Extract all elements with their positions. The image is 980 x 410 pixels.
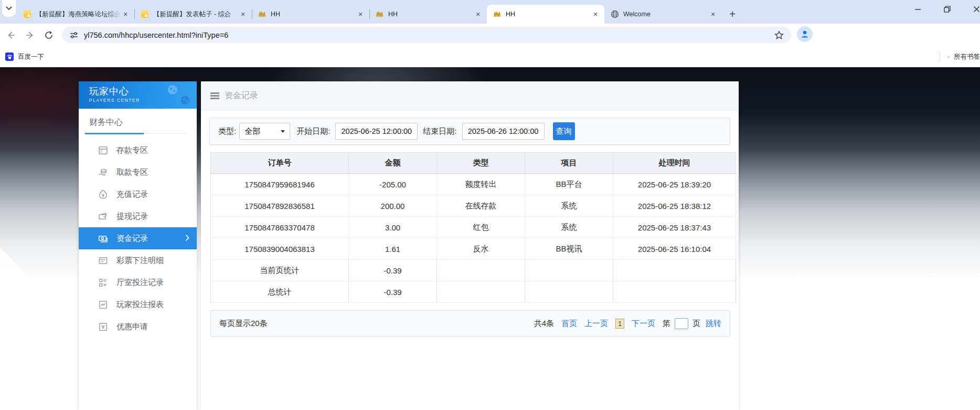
restore-icon [944, 6, 951, 13]
tab-title: HH [388, 10, 473, 18]
close-window-button[interactable] [970, 2, 980, 16]
table-stat-row: 总统计-0.39 [211, 281, 736, 303]
withdraw-icon [98, 167, 108, 177]
funds-record-icon [98, 233, 108, 244]
table-cell: 1750839004063813 [211, 238, 349, 260]
prev-page-link[interactable]: 上一页 [584, 319, 608, 329]
globe-icon [611, 10, 619, 18]
all-bookmarks-button[interactable]: 所有书签 [947, 52, 980, 61]
jump-prefix-label: 第 [663, 319, 670, 329]
sidebar-item-recharge-record[interactable]: 充值记录 [79, 183, 197, 205]
tab-title: Welcome [623, 10, 708, 18]
gold-scribble-icon [376, 10, 384, 18]
tab-close-button[interactable]: × [121, 9, 130, 19]
tab-close-button[interactable]: × [356, 9, 365, 19]
player-center-sidebar: 玩家中心 PLAYERS CENTER 财务中心 存款专区 取款专区 充值记录 … [79, 81, 197, 410]
gold-scribble-icon [258, 10, 267, 18]
tab-close-button[interactable]: × [591, 9, 600, 19]
jump-button[interactable]: 跳转 [706, 319, 721, 329]
browser-tab[interactable]: Welcome × [604, 5, 722, 24]
table-cell [613, 281, 736, 303]
finance-section-title: 财务中心 [89, 117, 186, 134]
tab-title: HH [506, 10, 591, 18]
table-cell: 2025-06-25 18:38:12 [613, 195, 736, 217]
tab-search-button[interactable] [2, 0, 16, 17]
start-date-input[interactable] [335, 123, 418, 140]
window-controls [911, 0, 980, 18]
type-select[interactable]: 全部 [239, 123, 290, 140]
next-page-link[interactable]: 下一页 [632, 319, 655, 329]
profile-avatar[interactable] [797, 26, 813, 42]
bookmark-label: 百度一下 [18, 52, 44, 61]
bookmark-baidu[interactable]: 百度一下 [0, 49, 49, 64]
sidebar-item-withdraw[interactable]: 取款专区 [79, 161, 197, 183]
browser-tab[interactable]: 【新提醒】海燕策略论坛综合 × [17, 5, 134, 24]
query-button[interactable]: 查询 [553, 122, 575, 140]
tab-close-button[interactable]: × [473, 9, 483, 19]
end-date-label: 结束日期: [423, 127, 456, 136]
forward-button[interactable] [22, 27, 38, 43]
jump-page-input[interactable] [675, 318, 688, 329]
sidebar-item-hall-bet[interactable]: 厅室投注记录 [79, 271, 197, 293]
table-cell: 2025-06-25 18:39:20 [613, 174, 736, 195]
type-label: 类型: [218, 127, 236, 136]
back-button[interactable] [3, 27, 19, 43]
url-text[interactable]: yl756.com/hhcp/usercenter.html?iniType=6 [84, 31, 773, 39]
menu-toggle-icon[interactable] [210, 92, 219, 99]
sidebar-item-deposit[interactable]: 存款专区 [79, 139, 197, 161]
reload-button[interactable] [41, 27, 57, 43]
new-tab-button[interactable]: + [725, 7, 740, 22]
sidebar-item-cashout-record[interactable]: 提现记录 [79, 205, 197, 227]
table-row: 17508478633704783.00红包系统2025-06-25 18:37… [211, 217, 736, 238]
table-cell [613, 260, 736, 281]
sidebar-item-lottery-detail[interactable]: 彩票下注明细 [79, 249, 197, 271]
all-bookmarks-label: 所有书签 [954, 52, 980, 61]
table-cell: 系统 [525, 217, 613, 238]
browser-tab-strip: 【新提醒】海燕策略论坛综合 × 【新提醒】发表帖子 - 综合 × HH × HH… [0, 0, 980, 24]
gold-scribble-icon [493, 10, 502, 18]
address-bar[interactable]: yl756.com/hhcp/usercenter.html?iniType=6 [62, 27, 791, 43]
deposit-icon [98, 145, 108, 155]
table-row: 1750847959681946-205.00额度转出BB平台2025-06-2… [211, 174, 736, 195]
type-select-value: 全部 [244, 127, 260, 136]
table-row: 17508390040638131.61反水BB视讯2025-06-25 16:… [211, 238, 736, 260]
column-header: 金额 [349, 153, 437, 174]
page-size-text: 每页显示20条 [219, 319, 534, 329]
tab-close-button[interactable]: × [238, 9, 248, 19]
tab-title: 【新提醒】海燕策略论坛综合 [36, 10, 121, 19]
back-arrow-icon [6, 30, 16, 40]
minimize-button[interactable] [911, 2, 924, 16]
tab-close-button[interactable]: × [708, 9, 718, 19]
browser-tab[interactable]: 【新提醒】发表帖子 - 综合 × [134, 5, 252, 24]
table-cell: 1750847892836581 [211, 195, 349, 217]
sidebar-item-label: 玩家投注报表 [116, 300, 164, 310]
minimize-icon [914, 6, 921, 13]
table-cell [437, 260, 525, 281]
bookmark-star-button[interactable] [773, 29, 785, 41]
table-cell: 200.00 [349, 195, 437, 217]
tab-title: 【新提醒】发表帖子 - 综合 [153, 10, 238, 19]
browser-tab[interactable]: HH × [487, 5, 604, 24]
table-header-row: 订单号金额类型项目处理时间 [211, 153, 736, 174]
first-page-link[interactable]: 首页 [561, 319, 577, 329]
baidu-favicon-icon [5, 52, 14, 61]
table-cell: 1.61 [349, 238, 437, 260]
cashout-record-icon [98, 211, 108, 222]
table-cell: BB平台 [525, 174, 613, 195]
start-date-label: 开始日期: [296, 127, 330, 136]
end-date-input[interactable] [462, 123, 545, 140]
table-cell: -205.00 [349, 174, 437, 195]
star-icon [774, 30, 784, 40]
browser-tab[interactable]: HH × [252, 5, 369, 24]
sidebar-item-promo-apply[interactable]: 优惠申请 [79, 316, 197, 338]
sidebar-item-funds-record[interactable]: 资金记录 [79, 227, 197, 249]
sidebar-item-label: 取款专区 [116, 167, 148, 177]
site-info-icon[interactable] [68, 31, 80, 39]
browser-tab[interactable]: HH × [369, 5, 487, 24]
close-icon [973, 6, 980, 13]
table-cell: 系统 [525, 195, 613, 217]
hall-bet-icon [98, 277, 108, 288]
background-wedge [0, 247, 79, 331]
sidebar-item-player-report[interactable]: 玩家投注报表 [79, 293, 197, 316]
maximize-button[interactable] [940, 2, 954, 16]
